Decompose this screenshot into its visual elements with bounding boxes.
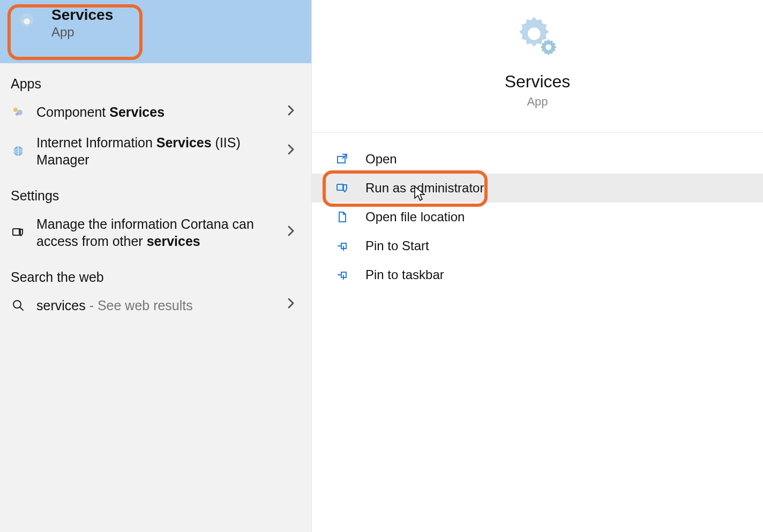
details-panel: Services App Open [312, 0, 763, 532]
result-label: Internet Information Services (IIS) Mana… [36, 134, 287, 169]
services-gear-icon [16, 11, 38, 32]
result-label: Manage the information Cortana can acces… [36, 215, 287, 250]
result-label: services - See web results [36, 297, 287, 314]
action-pin-to-start[interactable]: Pin to Start [312, 231, 763, 260]
chevron-right-icon[interactable] [287, 143, 301, 160]
svg-point-10 [545, 44, 551, 50]
chevron-right-icon[interactable] [287, 104, 301, 121]
services-gear-large-icon [513, 14, 562, 62]
action-label: Open [365, 152, 397, 167]
action-label: Pin to Start [365, 238, 429, 253]
pin-taskbar-icon [335, 268, 349, 282]
details-subtitle: App [312, 95, 763, 109]
action-label: Pin to taskbar [365, 267, 444, 282]
chevron-right-icon[interactable] [287, 297, 301, 313]
details-header: Services App [312, 0, 763, 109]
action-pin-to-taskbar[interactable]: Pin to taskbar [312, 260, 763, 289]
action-open[interactable]: Open [312, 145, 763, 174]
action-open-file-location[interactable]: Open file location [312, 203, 763, 231]
search-results-panel: Services App Apps Component Services [0, 0, 312, 532]
iis-icon [11, 144, 26, 159]
svg-point-0 [24, 18, 30, 25]
svg-point-9 [528, 27, 540, 40]
section-header-web: Search the web [0, 257, 311, 290]
action-run-as-administrator[interactable]: Run as administrator [312, 174, 763, 203]
component-services-icon [11, 104, 26, 119]
chevron-right-icon[interactable] [287, 224, 301, 241]
file-location-icon [335, 210, 349, 224]
best-match-subtitle: App [51, 25, 301, 40]
open-icon [335, 152, 349, 166]
pin-start-icon [335, 239, 349, 253]
result-web-search[interactable]: services - See web results [0, 290, 311, 321]
section-header-apps: Apps [0, 63, 311, 97]
svg-point-1 [13, 108, 18, 112]
best-match-title: Services [51, 6, 301, 24]
action-label: Run as administrator [365, 181, 484, 196]
details-title: Services [312, 72, 763, 92]
action-label: Open file location [365, 209, 465, 224]
shield-icon [11, 225, 26, 240]
result-label: Component Services [36, 103, 287, 121]
admin-shield-icon [335, 181, 349, 195]
search-icon [11, 298, 26, 313]
svg-point-3 [16, 113, 19, 116]
section-header-settings: Settings [0, 175, 311, 209]
svg-line-8 [20, 307, 23, 310]
result-iis-manager[interactable]: Internet Information Services (IIS) Mana… [0, 128, 311, 175]
result-component-services[interactable]: Component Services [0, 97, 311, 128]
best-match-result[interactable]: Services App [0, 0, 311, 63]
result-cortana-manage[interactable]: Manage the information Cortana can acces… [0, 209, 311, 257]
actions-list: Open Run as administrator [312, 133, 763, 289]
